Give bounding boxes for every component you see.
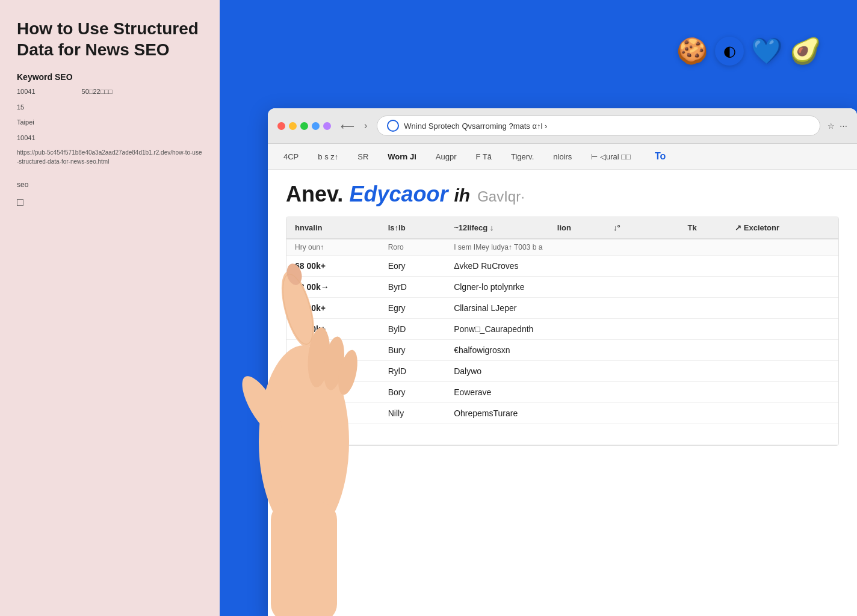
row4-num: 80 00k+ <box>286 319 380 340</box>
traffic-light-blue[interactable] <box>312 122 320 130</box>
row5-num: 82 00k+ <box>286 340 380 361</box>
tab-wormd[interactable]: Worn Ji <box>384 150 419 164</box>
table-row: 81 00k+ Egry Cllarsinal LJeper <box>286 298 838 319</box>
table-row: 17 004+ RylD Dalywo <box>286 361 838 382</box>
row8-desc: OhrepemsTurare <box>445 403 838 424</box>
tab-tigerv[interactable]: Tigerv. <box>507 150 537 164</box>
row9-num: 8F 00k+ <box>286 424 380 445</box>
browser-nav: ⟵ › <box>338 119 370 133</box>
traffic-light-red[interactable] <box>277 122 285 130</box>
table-body: 68 00k+ Eory ΔvkeD RuCroves 13 00k→ ByrD… <box>286 256 838 445</box>
sidebar: How to Use Structured Data for News SEO … <box>0 0 220 616</box>
data-table: hnvalin ls↑lb ~12lifecg ↓ lion ↓° Tk ↗ E… <box>286 217 838 445</box>
table-row: 13 00k→ ByrD Clgner-lo ptolynrke <box>286 277 838 298</box>
address-bar-text: Wnind Sprotech Qvsarroming ?mats α↑l › <box>404 122 810 131</box>
emoji-avocado: 🥑 <box>790 36 821 66</box>
browser-content: Anev. Edycaoor ih GavIqr· hnvalin ls↑lb … <box>268 170 857 458</box>
toolbar-menu[interactable]: ⋯ <box>840 122 847 131</box>
row9-desc <box>445 424 838 445</box>
page-header: Anev. Edycaoor ih GavIqr· <box>286 182 839 207</box>
traffic-light-yellow[interactable] <box>289 122 297 130</box>
page-title-part1: Anev. Edycaoor ih <box>286 182 470 207</box>
browser-tabbar: 4CP b s z↑ SR Worn Ji Augpr F Tā Tigerv.… <box>268 144 857 170</box>
row2-num: 13 00k→ <box>286 277 380 298</box>
row1-code: Eory <box>380 256 445 277</box>
row6-code: RylD <box>380 361 445 382</box>
page-title-part2: GavIqr· <box>477 188 525 205</box>
table-row: 32 00k+ Bory Eowerave <box>286 382 838 403</box>
browser-toolbar: ⟵ › Wnind Sprotech Qvsarroming ?mats α↑l… <box>268 108 857 144</box>
row3-code: Egry <box>380 298 445 319</box>
th-empty <box>648 217 679 239</box>
tab-augpr[interactable]: Augpr <box>432 150 460 164</box>
table-subheader: Hry oun↑ Roro I sem IMey ludya↑ T003 b a <box>286 239 838 256</box>
sidebar-subtitle: Keyword SEO <box>17 72 203 82</box>
tab-4cp[interactable]: 4CP <box>280 150 302 164</box>
sidebar-url: https://pub-5c454f571b8e40a3a2aad27ade84… <box>17 148 203 166</box>
toolbar-bookmark[interactable]: ☆ <box>828 122 835 131</box>
th-arrow: ↓° <box>605 217 648 239</box>
table-header: hnvalin ls↑lb ~12lifecg ↓ lion ↓° Tk ↗ E… <box>286 217 838 239</box>
back-button[interactable]: ⟵ <box>338 119 357 133</box>
row3-desc: Cllarsinal LJeper <box>445 298 838 319</box>
row9-code <box>380 424 445 445</box>
th-12lifecg: ~12lifecg ↓ <box>445 217 549 239</box>
th-excietonr: ↗ Excietonr <box>726 217 838 239</box>
emoji-heart: 💙 <box>751 36 782 66</box>
row4-desc: Ponw□_Caurapednth <box>445 319 838 340</box>
tab-nloirs[interactable]: nloirs <box>549 150 575 164</box>
main-area: 🍪 ◐ 💙 🥑 ⟵ › Wnind Sprotech <box>220 0 857 616</box>
data-table-wrapper: hnvalin ls↑lb ~12lifecg ↓ lion ↓° Tk ↗ E… <box>286 217 839 446</box>
subheader-desc: I sem IMey ludya↑ T003 b a <box>445 239 838 256</box>
row4-code: BylD <box>380 319 445 340</box>
sidebar-copy-icon: □ <box>17 196 203 209</box>
sidebar-meta-line1: 10041 50□22□□□ <box>17 87 203 97</box>
row2-desc: Clgner-lo ptolynrke <box>445 277 838 298</box>
table-row: S0 00k+ Nilly OhrepemsTurare <box>286 403 838 424</box>
sidebar-meta-line4: 10041 <box>17 133 203 144</box>
browser-window: ⟵ › Wnind Sprotech Qvsarroming ?mats α↑l… <box>268 108 857 616</box>
page-title: How to Use Structured Data for News SEO <box>17 18 203 60</box>
emoji-logo: ◐ <box>715 37 744 66</box>
row3-num: 81 00k+ <box>286 298 380 319</box>
row2-code: ByrD <box>380 277 445 298</box>
toolbar-items: ☆ ⋯ <box>828 122 847 131</box>
row8-code: Nilly <box>380 403 445 424</box>
row6-num: 17 004+ <box>286 361 380 382</box>
th-lstb: ls↑lb <box>380 217 445 239</box>
traffic-lights <box>277 122 331 130</box>
tab-bsz[interactable]: b s z↑ <box>314 150 342 164</box>
tab-to[interactable]: To <box>651 149 669 164</box>
th-tk: Tk <box>679 217 726 239</box>
decorative-icons: 🍪 ◐ 💙 🥑 <box>676 36 821 66</box>
row7-desc: Eowerave <box>445 382 838 403</box>
subheader-roro: Roro <box>380 239 445 256</box>
row5-desc: €halfowigrosxn <box>445 340 838 361</box>
emoji-cookie: 🍪 <box>676 36 708 66</box>
traffic-light-purple[interactable] <box>323 122 331 130</box>
table-row: 80 00k+ BylD Ponw□_Caurapednth <box>286 319 838 340</box>
table-row: 68 00k+ Eory ΔvkeD RuCroves <box>286 256 838 277</box>
tab-ural[interactable]: ⊢ ◁ural □□ <box>587 150 634 164</box>
tab-ta[interactable]: F Tā <box>472 150 495 164</box>
sidebar-tag: seo <box>17 180 203 189</box>
sidebar-meta-line2: 15 <box>17 102 203 113</box>
forward-button[interactable]: › <box>362 119 370 132</box>
row7-code: Bory <box>380 382 445 403</box>
tab-sr[interactable]: SR <box>354 150 372 164</box>
sidebar-meta-line3: Taipei <box>17 117 203 128</box>
traffic-light-green[interactable] <box>300 122 308 130</box>
subheader-hryoun: Hry oun↑ <box>286 239 380 256</box>
row1-desc: ΔvkeD RuCroves <box>445 256 838 277</box>
row5-code: Bury <box>380 340 445 361</box>
row1-num: 68 00k+ <box>286 256 380 277</box>
th-lion: lion <box>549 217 605 239</box>
row6-desc: Dalywo <box>445 361 838 382</box>
table-row: 8F 00k+ <box>286 424 838 445</box>
table-row: 82 00k+ Bury €halfowigrosxn <box>286 340 838 361</box>
row8-num: S0 00k+ <box>286 403 380 424</box>
address-bar[interactable]: Wnind Sprotech Qvsarroming ?mats α↑l › <box>377 116 820 136</box>
th-hnvalin: hnvalin <box>286 217 380 239</box>
browser-circle-icon <box>387 120 399 132</box>
row7-num: 32 00k+ <box>286 382 380 403</box>
